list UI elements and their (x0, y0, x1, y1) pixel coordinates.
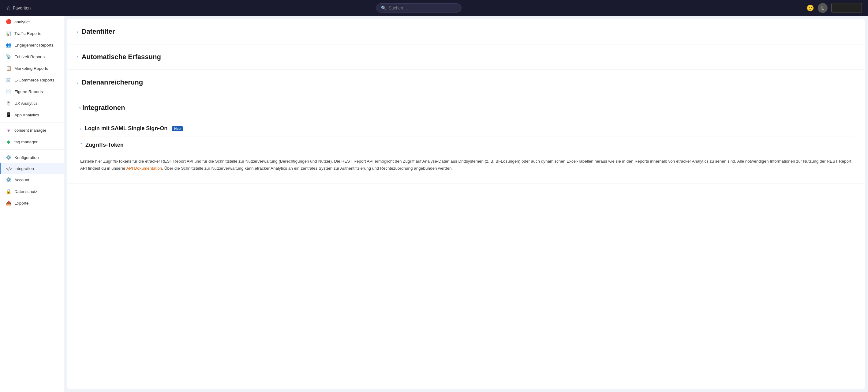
accordion-title-automatische: Automatische Erfassung (82, 53, 161, 61)
traffic-icon: 📊 (6, 31, 11, 36)
chevron-saml: › (80, 126, 82, 131)
sidebar-item-exporte[interactable]: 📤 Exporte (0, 197, 64, 209)
sidebar-label-analytics: analytics (14, 20, 31, 24)
sidebar-label-ecommerce: E-Commerce Reports (14, 78, 55, 82)
api-dokumentation-link[interactable]: API Dokumentation (126, 166, 162, 171)
account-icon: ⚙️ (6, 177, 11, 183)
sidebar-label-engagement: Engagement Reports (14, 43, 54, 48)
sidebar-label-echtzeit: Echtzeit Reports (14, 55, 45, 59)
divider-2 (0, 149, 64, 150)
zugriffs-token-text-after: . Über die Schnittstelle zur Nutzerverwa… (162, 166, 453, 171)
sidebar-item-app-analytics[interactable]: 📱 App Analytics (0, 109, 64, 121)
ux-icon: 🖱️ (6, 100, 11, 106)
sidebar-item-engagement-reports[interactable]: 👥 Engagement Reports (0, 39, 64, 51)
sub-accordion-body-zugriffs-token: Erstelle hier Zugriffs-Tokens für die et… (80, 153, 855, 177)
sidebar-item-integration[interactable]: </> Integration (0, 163, 64, 174)
marketing-icon: 📋 (6, 65, 11, 71)
accordion-title-datenanreicherung: Datenanreicherung (82, 79, 143, 86)
divider-1 (0, 122, 64, 123)
accordion-header-automatische[interactable]: › Automatische Erfassung (67, 44, 865, 69)
badge-neu: Neu (172, 126, 183, 131)
sidebar-item-analytics[interactable]: 🔴 analytics (0, 16, 64, 28)
sidebar-item-eigene-reports[interactable]: 📄 Eigene Reports (0, 86, 64, 97)
emoji-icon[interactable]: 🙂 (806, 4, 814, 12)
accordion-datenfilter: › Datenfilter (67, 19, 865, 44)
sidebar-item-ux-analytics[interactable]: 🖱️ UX Analytics (0, 97, 64, 109)
sidebar-label-app: App Analytics (14, 113, 39, 117)
accordion-body-integrationen: › Login mit SAML Single Sign-On Neu ˅ Zu… (67, 120, 865, 183)
sidebar-label-ux: UX Analytics (14, 101, 38, 105)
sidebar-item-marketing-reports[interactable]: 📋 Marketing Reports (0, 62, 64, 74)
topbar: ☆ Favoriten 🔍 🙂 L (0, 0, 868, 16)
ecommerce-icon: 🛒 (6, 77, 11, 83)
sidebar-label-marketing: Marketing Reports (14, 66, 48, 71)
sidebar: 🔴 analytics 📊 Traffic Reports 👥 Engageme… (0, 16, 64, 392)
sub-accordion-title-zugriffs-token: Zugriffs-Token (85, 142, 124, 148)
zugriffs-token-body: Erstelle hier Zugriffs-Tokens für die et… (80, 158, 855, 172)
sidebar-label-datenschutz: Datenschutz (14, 189, 37, 194)
sidebar-label-traffic: Traffic Reports (14, 31, 41, 36)
sub-accordion: › Login mit SAML Single Sign-On Neu ˅ Zu… (80, 120, 855, 177)
sidebar-item-account[interactable]: ⚙️ Account (0, 174, 64, 186)
accordion-header-datenfilter[interactable]: › Datenfilter (67, 19, 865, 44)
sidebar-item-tag-manager[interactable]: ◆ tag manager (0, 136, 64, 148)
chevron-integrationen: ˅ (76, 107, 81, 109)
sidebar-item-konfiguration[interactable]: ⚙️ Konfiguration (0, 152, 64, 163)
sidebar-label-account: Account (14, 178, 29, 182)
accordion-title-datenfilter: Datenfilter (82, 28, 115, 35)
favorites-label: Favoriten (13, 5, 31, 10)
analytics-icon: 🔴 (6, 19, 11, 25)
integration-icon: </> (6, 167, 11, 171)
echtzeit-icon: 📡 (6, 54, 11, 59)
star-icon: ☆ (6, 5, 10, 11)
topbar-right: 🙂 L (806, 3, 862, 13)
search-input[interactable] (389, 5, 456, 10)
sidebar-item-echtzeit-reports[interactable]: 📡 Echtzeit Reports (0, 51, 64, 62)
accordion-automatische-erfassung: › Automatische Erfassung (67, 44, 865, 70)
exporte-icon: 📤 (6, 200, 11, 206)
konfiguration-icon: ⚙️ (6, 155, 11, 160)
datenschutz-icon: 🔒 (6, 189, 11, 194)
tag-icon: ◆ (6, 139, 11, 145)
chevron-datenanreicherung: › (77, 80, 79, 85)
app-icon: 📱 (6, 112, 11, 118)
search-icon: 🔍 (381, 5, 386, 10)
eigene-icon: 📄 (6, 89, 11, 94)
accordion-title-integrationen: Integrationen (82, 104, 125, 112)
sidebar-item-datenschutz[interactable]: 🔒 Datenschutz (0, 186, 64, 197)
avatar[interactable]: L (818, 3, 828, 13)
accordion-header-datenanreicherung[interactable]: › Datenanreicherung (67, 70, 865, 95)
sidebar-label-exporte: Exporte (14, 201, 29, 206)
accordion-datenanreicherung: › Datenanreicherung (67, 70, 865, 95)
main-layout: 🔴 analytics 📊 Traffic Reports 👥 Engageme… (0, 16, 868, 392)
content-inner: › Datenfilter › Automatische Erfassung ›… (67, 19, 865, 389)
sidebar-label-consent: consent manager (14, 128, 46, 132)
accordion-header-integrationen[interactable]: ˅ Integrationen (67, 95, 865, 120)
sidebar-label-konfiguration: Konfiguration (14, 155, 39, 160)
engagement-icon: 👥 (6, 42, 11, 48)
sub-accordion-header-zugriffs-token[interactable]: ˅ Zugriffs-Token (80, 137, 855, 153)
topbar-center: 🔍 (376, 3, 462, 12)
accordion-integrationen: ˅ Integrationen › Login mit SAML Single … (67, 95, 865, 183)
sidebar-item-ecommerce-reports[interactable]: 🛒 E-Commerce Reports (0, 74, 64, 86)
sidebar-label-tag: tag manager (14, 140, 38, 144)
sidebar-item-traffic-reports[interactable]: 📊 Traffic Reports (0, 28, 64, 39)
topbar-left: ☆ Favoriten (6, 5, 31, 11)
sidebar-label-integration: Integration (14, 166, 34, 171)
content-area: › Datenfilter › Automatische Erfassung ›… (64, 16, 868, 392)
chevron-zugriffs-token: ˅ (80, 143, 82, 148)
chevron-automatische: › (77, 55, 79, 59)
consent-icon: ♥ (6, 128, 11, 133)
sidebar-label-eigene: Eigene Reports (14, 89, 43, 94)
sidebar-item-consent-manager[interactable]: ♥ consent manager (0, 125, 64, 136)
sub-accordion-header-saml[interactable]: › Login mit SAML Single Sign-On Neu (80, 120, 855, 137)
topbar-button[interactable] (831, 3, 862, 13)
chevron-datenfilter: › (77, 29, 79, 34)
search-box[interactable]: 🔍 (376, 3, 462, 12)
sub-accordion-title-saml: Login mit SAML Single Sign-On (85, 125, 168, 132)
